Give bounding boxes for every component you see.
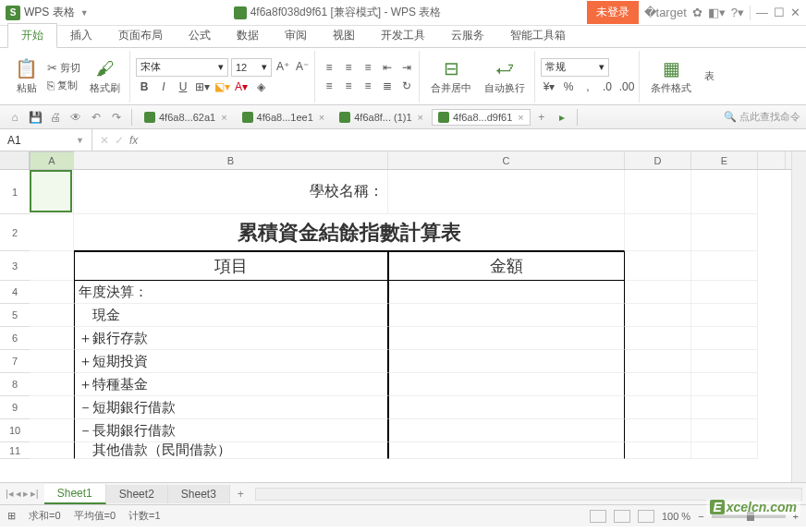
cell-table-title[interactable]: 累積資金結餘指數計算表 — [74, 214, 625, 251]
cell[interactable] — [30, 350, 74, 373]
view-break-button[interactable] — [638, 510, 654, 523]
status-doc-icon[interactable]: ⊞ — [7, 510, 16, 522]
cell[interactable] — [691, 214, 758, 251]
cell[interactable] — [30, 419, 74, 442]
font-name-select[interactable]: 宋体▾ — [136, 58, 228, 77]
cell[interactable]: ＋銀行存款 — [74, 327, 388, 350]
print-icon[interactable]: 🖨 — [46, 108, 65, 127]
minimize-icon[interactable]: — — [756, 6, 768, 19]
cell[interactable]: ＋特種基金 — [74, 373, 388, 396]
cell-school-name-label[interactable]: 學校名稱： — [74, 170, 388, 214]
menu-start[interactable]: 开始 — [7, 23, 57, 48]
preview-icon[interactable]: 👁 — [67, 108, 85, 127]
document-tab[interactable]: 4f6a8f... (1)1× — [333, 109, 430, 126]
menu-view[interactable]: 视图 — [320, 24, 368, 47]
next-sheet-icon[interactable]: ▸ — [23, 488, 29, 500]
row-header[interactable]: 6 — [0, 327, 30, 350]
cell-header-item[interactable]: 項目 — [74, 251, 388, 281]
prev-sheet-icon[interactable]: ◂ — [16, 488, 21, 500]
align-middle-button[interactable]: ≡ — [340, 59, 357, 76]
row-header[interactable]: 5 — [0, 304, 30, 327]
decrease-decimal-button[interactable]: .00 — [618, 79, 635, 95]
row-header[interactable]: 8 — [0, 373, 30, 396]
menu-formula[interactable]: 公式 — [176, 24, 224, 47]
cell[interactable] — [625, 304, 691, 327]
cell[interactable] — [691, 170, 758, 214]
document-tab[interactable]: 4f6a8...62a1× — [138, 109, 234, 126]
italic-button[interactable]: I — [155, 79, 172, 95]
cell[interactable] — [30, 281, 74, 304]
font-size-select[interactable]: 12▾ — [231, 58, 272, 77]
sync-icon[interactable]: �target — [644, 6, 687, 19]
row-header[interactable]: 4 — [0, 281, 30, 304]
cell[interactable] — [625, 251, 691, 281]
close-tab-icon[interactable]: × — [418, 112, 423, 123]
new-tab-icon[interactable]: + — [532, 108, 551, 127]
redo-icon[interactable]: ↷ — [107, 108, 126, 127]
cell[interactable] — [691, 373, 758, 396]
column-header[interactable]: E — [691, 151, 758, 169]
currency-button[interactable]: ¥▾ — [541, 79, 557, 95]
row-header[interactable]: 10 — [0, 419, 30, 442]
first-sheet-icon[interactable]: |◂ — [6, 488, 14, 500]
home-icon[interactable]: ⌂ — [6, 108, 24, 127]
cell[interactable] — [691, 251, 758, 281]
indent-right-button[interactable]: ⇥ — [398, 59, 415, 76]
cell[interactable]: －短期銀行借款 — [74, 396, 388, 419]
document-tab[interactable]: 4f6a8...1ee1× — [236, 109, 332, 126]
row-header[interactable]: 7 — [0, 350, 30, 373]
paste-button[interactable]: 📋粘贴 — [9, 55, 43, 97]
align-left-button[interactable]: ≡ — [321, 78, 337, 94]
align-right-button[interactable]: ≡ — [360, 78, 376, 94]
cell[interactable] — [691, 304, 758, 327]
close-tab-icon[interactable]: × — [518, 112, 523, 123]
orientation-button[interactable]: ↻ — [398, 78, 415, 94]
vertical-scrollbar[interactable] — [791, 151, 806, 482]
conditional-format-button[interactable]: ▦条件格式 — [645, 55, 697, 97]
close-tab-icon[interactable]: × — [221, 112, 226, 123]
sheet-tab-active[interactable]: Sheet1 — [44, 484, 106, 504]
cell[interactable] — [30, 396, 74, 419]
view-page-button[interactable] — [614, 510, 630, 523]
cell[interactable] — [30, 214, 74, 251]
fill-color-button[interactable]: ⬕▾ — [214, 79, 230, 95]
column-header[interactable]: D — [625, 151, 691, 169]
fx-icon[interactable]: fx — [129, 134, 138, 147]
cell[interactable] — [388, 396, 625, 419]
cell[interactable] — [691, 396, 758, 419]
last-sheet-icon[interactable]: ▸| — [31, 488, 39, 500]
row-header[interactable]: 1 — [0, 170, 30, 214]
align-bottom-button[interactable]: ≡ — [360, 59, 376, 76]
column-header[interactable] — [758, 151, 786, 169]
close-tab-icon[interactable]: × — [319, 112, 324, 123]
cell[interactable] — [30, 373, 74, 396]
percent-button[interactable]: % — [560, 79, 577, 95]
cell[interactable] — [625, 327, 691, 350]
menu-cloud[interactable]: 云服务 — [438, 24, 497, 47]
menu-page-layout[interactable]: 页面布局 — [105, 24, 176, 47]
tab-list-icon[interactable]: ▸ — [553, 108, 571, 127]
copy-button[interactable]: ⎘复制 — [45, 78, 82, 93]
help-dropdown-icon[interactable]: ?▾ — [731, 6, 744, 19]
row-header[interactable]: 3 — [0, 251, 30, 281]
select-all-corner[interactable] — [0, 151, 30, 170]
row-header[interactable]: 2 — [0, 214, 30, 251]
cell[interactable] — [388, 373, 625, 396]
save-icon[interactable]: 💾 — [26, 108, 44, 127]
bold-button[interactable]: B — [136, 79, 153, 95]
comma-button[interactable]: , — [580, 79, 596, 95]
skin-dropdown-icon[interactable]: ◧▾ — [708, 6, 726, 19]
close-icon[interactable]: ✕ — [790, 6, 800, 19]
border-button[interactable]: ⊞▾ — [194, 79, 211, 95]
cell[interactable] — [691, 281, 758, 304]
cell[interactable] — [388, 442, 625, 459]
cell[interactable] — [691, 327, 758, 350]
cell[interactable] — [30, 327, 74, 350]
command-search[interactable]: 🔍点此查找命令 — [724, 110, 800, 124]
cell[interactable] — [625, 396, 691, 419]
menu-smart-tools[interactable]: 智能工具箱 — [497, 24, 579, 47]
cell[interactable]: 年度決算： — [74, 281, 388, 304]
cell[interactable]: ＋短期投資 — [74, 350, 388, 373]
wrap-text-button[interactable]: ⮐自动换行 — [479, 56, 531, 97]
align-top-button[interactable]: ≡ — [321, 59, 337, 76]
